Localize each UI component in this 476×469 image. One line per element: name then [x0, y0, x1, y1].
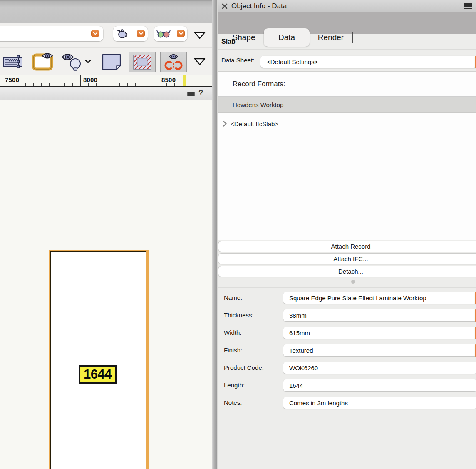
broken-reference-toggle[interactable] [160, 52, 187, 72]
render-mode-group [113, 26, 148, 41]
field-row-product-code: Product Code: WOK6260 [218, 362, 476, 374]
toolbar-flyout-button[interactable] [194, 31, 206, 40]
data-sheet-row: Data Sheet: <Default Settings> [218, 50, 476, 72]
record-formats-title: Record Formats: [233, 80, 285, 88]
view-toolbar [0, 23, 212, 48]
view-combobox-dropdown-button[interactable] [91, 30, 99, 37]
ruler-major-tick [80, 75, 81, 86]
horizontal-ruler: 7500 8000 8500 [0, 75, 212, 87]
fields-divider [218, 287, 476, 288]
chevron-down-icon [85, 60, 91, 63]
insulation-tool-icon [3, 54, 24, 69]
field-value: Square Edge Pure Slate Effect Laminate W… [289, 294, 426, 302]
chevron-down-icon [93, 32, 97, 35]
splitter-handle[interactable] [351, 280, 355, 284]
record-row-label: <Default IfcSlab> [231, 120, 278, 127]
field-label: Width: [224, 327, 242, 339]
ruler-cursor-marker [183, 75, 186, 86]
dimension-label[interactable]: 1644 [79, 365, 117, 384]
attach-ifc-button[interactable]: Attach IFC... [218, 254, 476, 264]
field-label: Name: [224, 292, 242, 304]
finish-field[interactable]: Textured [283, 344, 476, 356]
field-value: 1644 [289, 382, 303, 389]
data-sheet-value: <Default Settings> [267, 58, 318, 65]
ruler-label: 8500 [161, 76, 176, 83]
field-row-finish: Finish: Textured [218, 344, 476, 356]
object-info-panel: Object Info - Data Shape Data Render Sla… [217, 0, 476, 469]
panel-menu-icon[interactable] [464, 3, 472, 9]
field-row-name: Name: Square Edge Pure Slate Effect Lami… [218, 292, 476, 304]
length-field[interactable]: 1644 [283, 379, 476, 391]
visibility-dropdown-chevron[interactable] [84, 59, 91, 63]
record-formats-column-divider [392, 77, 392, 91]
panel-title: Object Info - Data [231, 2, 287, 10]
detach-button[interactable]: Detach... [218, 266, 476, 277]
ruler-major-tick [159, 75, 159, 86]
field-value: Textured [289, 347, 313, 354]
stereo-view-dropdown-button[interactable] [177, 30, 185, 37]
field-row-notes: Notes: Comes in 3m lengths [218, 397, 476, 409]
tab-data[interactable]: Data [264, 28, 310, 47]
object-visibility-button[interactable] [62, 52, 83, 71]
help-icon[interactable]: ? [198, 88, 203, 97]
chevron-down-icon [139, 32, 143, 35]
disclosure-chevron-icon[interactable] [223, 121, 227, 127]
close-icon[interactable] [221, 3, 228, 10]
record-row-default-ifcslab[interactable]: <Default IfcSlab> [218, 117, 476, 130]
data-sheet-select[interactable]: <Default Settings> [260, 56, 476, 68]
chevron-down-icon [179, 32, 183, 35]
viewport-visibility-button[interactable] [32, 52, 54, 72]
ruler-label: 7500 [5, 76, 19, 83]
record-formats-header: Record Formats: [218, 72, 476, 97]
name-field[interactable]: Square Edge Pure Slate Effect Laminate W… [283, 292, 476, 304]
sheet-layer-button[interactable] [101, 53, 122, 71]
view-bar-menu-icon[interactable] [187, 92, 195, 96]
panel-title-bar: Object Info - Data [218, 0, 476, 12]
product-code-field[interactable]: WOK6260 [283, 362, 476, 374]
field-label: Product Code: [224, 362, 264, 374]
field-value: 38mm [289, 312, 307, 319]
flyout-triangle-icon [194, 58, 206, 65]
data-sheet-label: Data Sheet: [221, 57, 254, 64]
page-icon [101, 53, 122, 71]
notes-field[interactable]: Comes in 3m lengths [283, 397, 476, 409]
flyout-triangle-icon [194, 32, 206, 39]
field-row-length: Length: 1644 [218, 379, 476, 391]
field-value: 615mm [289, 329, 310, 337]
mode-toolbar [0, 48, 212, 75]
field-label: Finish: [224, 344, 242, 356]
field-value: Comes in 3m lengths [289, 399, 348, 407]
width-field[interactable]: 615mm [283, 327, 476, 339]
field-label: Length: [224, 379, 245, 391]
drawing-canvas[interactable]: 1644 [0, 100, 212, 469]
view-3d-group [154, 26, 187, 41]
record-row-label: Howdens Worktop [233, 101, 283, 108]
view-combobox[interactable] [0, 26, 103, 41]
view-bar: ? [0, 87, 212, 100]
window-divider[interactable] [212, 0, 217, 469]
eye-broken-link-icon [164, 53, 183, 71]
worktop-slab-object[interactable] [50, 251, 146, 469]
stereo-view-button[interactable] [156, 29, 171, 39]
render-mode-dropdown-button[interactable] [137, 30, 145, 37]
mode-flyout-button[interactable] [194, 57, 206, 66]
teapot-icon [117, 28, 129, 39]
ruler-major-tick [2, 75, 2, 86]
record-formats-list[interactable]: <Default IfcSlab> [218, 113, 476, 240]
attach-record-button[interactable]: Attach Record [218, 241, 476, 252]
panel-tab-bar: Shape Data Render [218, 12, 476, 34]
thickness-field[interactable]: 38mm [283, 309, 476, 321]
record-row-howdens[interactable]: Howdens Worktop [218, 97, 476, 113]
window-chrome [0, 0, 212, 23]
eye-lightbulb-icon [62, 52, 83, 71]
hatch-display-toggle[interactable] [129, 52, 156, 72]
render-mode-button[interactable] [116, 28, 130, 40]
hatched-rectangle-icon [133, 54, 152, 70]
field-label: Notes: [224, 397, 242, 409]
wall-style-button[interactable] [2, 53, 24, 70]
ruler-minor-ticks [2, 83, 212, 86]
field-row-thickness: Thickness: 38mm [218, 309, 476, 321]
ruler-label: 8000 [83, 76, 97, 83]
field-row-width: Width: 615mm [218, 327, 476, 339]
frame-eye-icon [32, 52, 54, 72]
